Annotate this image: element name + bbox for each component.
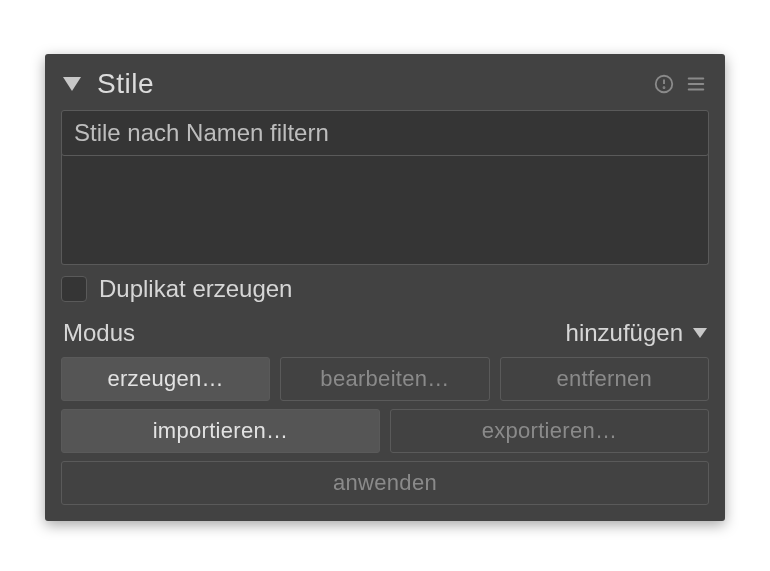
disclosure-triangle-icon[interactable] xyxy=(63,77,81,91)
styles-panel: Stile Duplikat erzeuge xyxy=(45,54,725,521)
apply-button[interactable]: anwenden xyxy=(61,461,709,505)
duplicate-checkbox[interactable] xyxy=(61,276,87,302)
mode-label: Modus xyxy=(63,319,135,347)
header-actions xyxy=(653,73,707,95)
mode-value: hinzufügen xyxy=(566,319,683,347)
create-button[interactable]: erzeugen… xyxy=(61,357,270,401)
duplicate-label: Duplikat erzeugen xyxy=(99,275,292,303)
import-button[interactable]: importieren… xyxy=(61,409,380,453)
chevron-down-icon xyxy=(693,328,707,338)
panel-title: Stile xyxy=(97,68,653,100)
export-button[interactable]: exportieren… xyxy=(390,409,709,453)
reset-icon[interactable] xyxy=(653,73,675,95)
filter-input[interactable] xyxy=(61,110,709,156)
mode-dropdown[interactable]: hinzufügen xyxy=(566,319,707,347)
edit-button[interactable]: bearbeiten… xyxy=(280,357,489,401)
panel-header: Stile xyxy=(45,54,725,110)
svg-point-2 xyxy=(664,87,665,88)
remove-button[interactable]: entfernen xyxy=(500,357,709,401)
hamburger-menu-icon[interactable] xyxy=(685,73,707,95)
styles-list[interactable] xyxy=(61,153,709,265)
